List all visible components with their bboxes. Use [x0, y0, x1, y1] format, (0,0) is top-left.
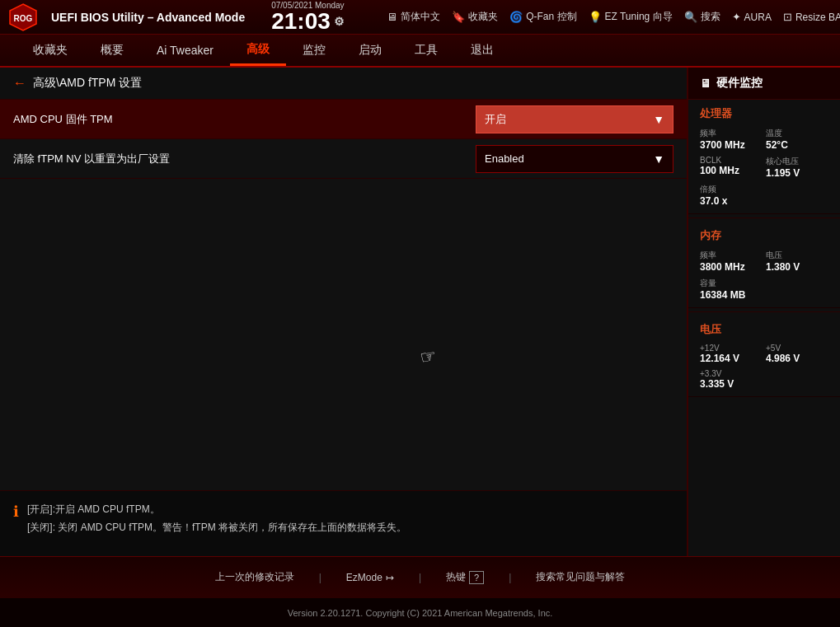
- monitor-grid-ram: 频率 3800 MHz 电压 1.380 V 容量 16384 MB: [700, 250, 828, 301]
- content-wrapper: ← 高级\AMD fTPM 设置 AMD CPU 固件 TPM 开启 ▼ 清除 …: [0, 68, 840, 556]
- back-button[interactable]: ←: [13, 76, 26, 91]
- time-display: 21:03 ⚙: [271, 10, 345, 33]
- monitor-section-ram: 内存 频率 3800 MHz 电压 1.380 V 容量 16384 MB: [688, 222, 840, 308]
- monitor-ram-freq: 频率 3800 MHz: [700, 250, 763, 273]
- monitor-multiplier: 倍频 37.0 x: [700, 184, 828, 207]
- footer-sep-2: |: [419, 572, 421, 583]
- info-line-1: [开启]:开启 AMD CPU fTPM。: [27, 501, 406, 519]
- ezmode-arrow-icon: ↦: [386, 572, 394, 583]
- amd-tpm-dropdown[interactable]: 开启 ▼: [476, 105, 673, 133]
- footer-sep-3: |: [509, 572, 511, 583]
- info-line-2: [关闭]: 关闭 AMD CPU fTPM。警告！fTPM 将被关闭，所有保存在…: [27, 519, 406, 537]
- header-title: UEFI BIOS Utility – Advanced Mode: [51, 11, 245, 24]
- monitor-ram-capacity: 容量 16384 MB: [700, 278, 828, 301]
- amd-tpm-control[interactable]: 开启 ▼: [476, 105, 673, 133]
- search-icon: 🔍: [684, 11, 697, 23]
- version-text: Version 2.20.1271. Copyright (C) 2021 Am…: [288, 608, 553, 618]
- clear-ftpm-value: Enabled: [485, 152, 653, 165]
- empty-space: [0, 179, 687, 426]
- info-area: ℹ [开启]:开启 AMD CPU fTPM。 [关闭]: 关闭 AMD CPU…: [0, 490, 687, 556]
- tool-resizebar[interactable]: ⊡ Resize BAR: [783, 11, 840, 23]
- aura-icon: ✦: [732, 11, 741, 23]
- nav-item-overview[interactable]: 概要: [84, 36, 140, 64]
- breadcrumb: ← 高级\AMD fTPM 设置: [0, 68, 687, 100]
- setting-row-clear-ftpm[interactable]: 清除 fTPM NV 以重置为出厂设置 Enabled ▼: [0, 139, 687, 179]
- navbar: 收藏夹 概要 Ai Tweaker 高级 监控 启动 工具 退出: [0, 35, 840, 68]
- header: ROG UEFI BIOS Utility – Advanced Mode 07…: [0, 0, 840, 35]
- tool-favorites[interactable]: 🔖 收藏夹: [452, 10, 498, 24]
- footer-last-change[interactable]: 上一次的修改记录: [215, 570, 294, 584]
- footer-search-faq[interactable]: 搜索常见问题与解答: [536, 570, 625, 584]
- tool-aura[interactable]: ✦ AURA: [732, 11, 772, 23]
- settings-area: AMD CPU 固件 TPM 开启 ▼ 清除 fTPM NV 以重置为出厂设置 …: [0, 100, 687, 490]
- monitor-33v: +3.3V 3.335 V: [700, 369, 828, 390]
- nav-item-exit[interactable]: 退出: [454, 36, 510, 64]
- monitor-cpu-freq: 频率 3700 MHz: [700, 128, 763, 151]
- monitor-cpu-temp: 温度 52°C: [766, 128, 828, 151]
- tool-eztuning[interactable]: 💡 EZ Tuning 向导: [589, 10, 673, 24]
- nav-item-advanced[interactable]: 高级: [230, 35, 286, 66]
- footer-hotkey[interactable]: 热键 ?: [446, 570, 484, 584]
- fan-icon: 🌀: [509, 11, 523, 23]
- resizebar-icon: ⊡: [783, 11, 792, 23]
- monitor-grid-voltage: +12V 12.164 V +5V 4.986 V +3.3V 3.335 V: [700, 344, 828, 390]
- setting-label-clear-ftpm: 清除 fTPM NV 以重置为出厂设置: [13, 152, 476, 166]
- nav-item-monitor[interactable]: 监控: [286, 36, 342, 64]
- monitor-screen-icon: 🖥: [700, 77, 711, 90]
- nav-item-boot[interactable]: 启动: [342, 36, 398, 64]
- nav-item-favorites[interactable]: 收藏夹: [16, 36, 84, 64]
- dropdown-arrow-icon: ▼: [653, 113, 664, 126]
- gear-icon[interactable]: ⚙: [334, 16, 345, 27]
- tool-qfan[interactable]: 🌀 Q-Fan 控制: [509, 10, 576, 24]
- monitor-section-voltage-title: 电压: [700, 322, 828, 337]
- dropdown-arrow-2-icon: ▼: [653, 152, 664, 166]
- datetime-section: 07/05/2021 Monday 21:03 ⚙: [271, 1, 354, 33]
- left-panel: ← 高级\AMD fTPM 设置 AMD CPU 固件 TPM 开启 ▼ 清除 …: [0, 68, 687, 556]
- tool-search[interactable]: 🔍 搜索: [684, 10, 720, 24]
- hotkey-box: ?: [469, 571, 484, 584]
- amd-tpm-value: 开启: [485, 112, 653, 127]
- monitor-section-cpu: 处理器 频率 3700 MHz 温度 52°C BCLK 100 MHz 核心电…: [688, 100, 840, 214]
- clear-ftpm-dropdown[interactable]: Enabled ▼: [476, 145, 673, 173]
- info-icon: ℹ: [13, 503, 19, 546]
- footer-sep-1: |: [319, 572, 321, 583]
- monitor-ram-voltage: 电压 1.380 V: [766, 250, 828, 273]
- monitor-icon: 🖥: [387, 11, 397, 23]
- version-bar: Version 2.20.1271. Copyright (C) 2021 Am…: [0, 597, 840, 627]
- monitor-grid-cpu: 频率 3700 MHz 温度 52°C BCLK 100 MHz 核心电压 1.…: [700, 128, 828, 207]
- logo-area: ROG: [8, 2, 38, 32]
- monitor-12v: +12V 12.164 V: [700, 344, 763, 364]
- setting-row-amd-tpm[interactable]: AMD CPU 固件 TPM 开启 ▼: [0, 100, 687, 139]
- hw-monitor-title: 🖥 硬件监控: [688, 68, 840, 100]
- bookmark-icon: 🔖: [452, 11, 465, 23]
- monitor-section-cpu-title: 处理器: [700, 106, 828, 121]
- tool-language[interactable]: 🖥 简体中文: [387, 10, 440, 24]
- footer-ezmode[interactable]: EzMode ↦: [346, 572, 394, 583]
- monitor-bclk: BCLK 100 MHz: [700, 156, 763, 179]
- monitor-section-voltage: 电压 +12V 12.164 V +5V 4.986 V +3.3V 3.335…: [688, 316, 840, 397]
- nav-item-aitweaker[interactable]: Ai Tweaker: [140, 37, 230, 63]
- nav-item-tools[interactable]: 工具: [398, 36, 454, 64]
- monitor-5v: +5V 4.986 V: [766, 344, 828, 364]
- header-tools: 🖥 简体中文 🔖 收藏夹 🌀 Q-Fan 控制 💡 EZ Tuning 向导 🔍…: [387, 10, 840, 24]
- monitor-section-ram-title: 内存: [700, 228, 828, 243]
- bulb-icon: 💡: [589, 11, 602, 23]
- svg-text:ROG: ROG: [14, 13, 33, 22]
- info-text: [开启]:开启 AMD CPU fTPM。 [关闭]: 关闭 AMD CPU f…: [27, 501, 406, 546]
- monitor-core-voltage: 核心电压 1.195 V: [766, 156, 828, 179]
- monitor-divider-2: [688, 311, 840, 312]
- footer: 上一次的修改记录 | EzMode ↦ | 热键 ? | 搜索常见问题与解答: [0, 556, 840, 597]
- clear-ftpm-control[interactable]: Enabled ▼: [476, 145, 673, 173]
- right-panel: 🖥 硬件监控 处理器 频率 3700 MHz 温度 52°C BCLK 100 …: [687, 68, 840, 556]
- breadcrumb-title: 高级\AMD fTPM 设置: [33, 76, 142, 91]
- rog-logo-icon: ROG: [8, 2, 38, 32]
- monitor-divider-1: [688, 218, 840, 218]
- setting-label-amd-tpm: AMD CPU 固件 TPM: [13, 112, 476, 127]
